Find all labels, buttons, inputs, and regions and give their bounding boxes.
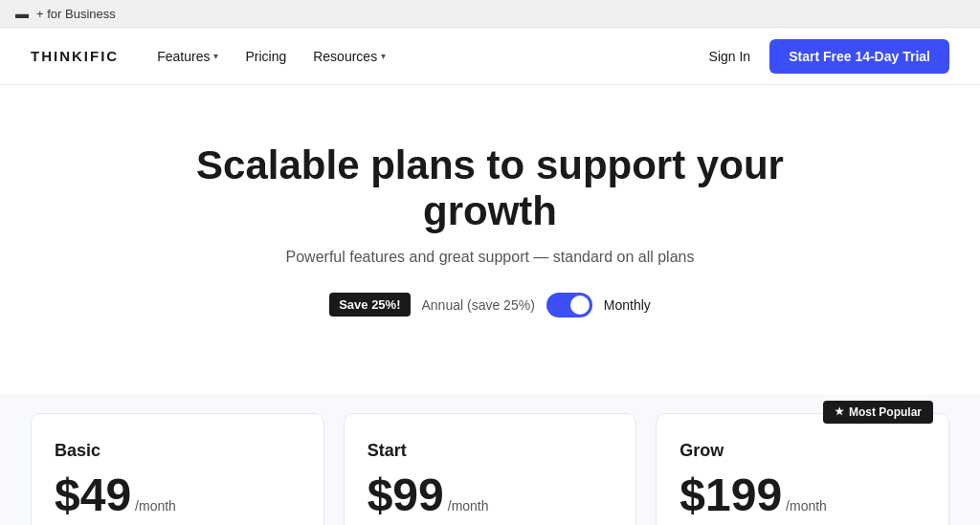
nav-features[interactable]: Features ▾ (157, 49, 218, 64)
hero-section: Scalable plans to support your growth Po… (0, 85, 980, 394)
plans-section: Basic $49 /month Save $156 by billing an… (0, 394, 980, 525)
hero-subtitle: Powerful features and great support — st… (19, 249, 961, 266)
main-nav: THINKIFIC Features ▾ Pricing Resources ▾… (0, 28, 980, 85)
billing-toggle-row: Save 25%! Annual (save 25%) Monthly (19, 293, 961, 317)
nav-resources[interactable]: Resources ▾ (313, 49, 386, 64)
star-icon: ★ (835, 405, 844, 418)
billing-toggle[interactable] (546, 293, 592, 317)
top-bar: ▬ + for Business (0, 0, 980, 28)
toggle-knob (570, 295, 590, 315)
annual-label: Annual (save 25%) (422, 297, 535, 313)
sign-in-link[interactable]: Sign In (709, 49, 751, 64)
most-popular-label: Most Popular (849, 405, 922, 419)
plan-start: Start $99 /month Save $300 by billing an… (344, 413, 637, 525)
plans-grid: Basic $49 /month Save $156 by billing an… (31, 413, 949, 525)
hero-headline: Scalable plans to support your growth (155, 142, 825, 235)
save-badge: Save 25%! (329, 293, 410, 317)
plan-basic-price-row: $49 /month (55, 472, 301, 518)
plan-start-price: $99 (368, 472, 444, 518)
plan-basic-name: Basic (55, 441, 301, 461)
plan-grow-price: $199 (679, 472, 782, 518)
business-icon: ▬ (15, 6, 29, 21)
nav-links: Features ▾ Pricing Resources ▾ (157, 49, 708, 64)
nav-pricing[interactable]: Pricing (245, 49, 286, 64)
plan-start-period: /month (448, 498, 489, 514)
plan-basic: Basic $49 /month Save $156 by billing an… (31, 413, 324, 525)
most-popular-badge: ★ Most Popular (823, 401, 933, 424)
chevron-down-icon: ▾ (213, 51, 218, 61)
plan-grow-price-row: $199 /month (679, 472, 925, 518)
plan-basic-period: /month (135, 498, 176, 514)
plan-grow: ★ Most Popular Grow $199 /month Save $60… (656, 413, 949, 525)
monthly-label: Monthly (604, 297, 651, 313)
top-bar-label: + for Business (36, 7, 116, 21)
chevron-down-icon: ▾ (381, 51, 386, 61)
plan-grow-period: /month (786, 498, 827, 514)
nav-trial-button[interactable]: Start Free 14-Day Trial (769, 39, 949, 74)
logo[interactable]: THINKIFIC (31, 48, 119, 64)
plan-start-name: Start (368, 441, 613, 461)
plan-grow-name: Grow (679, 441, 925, 461)
plan-start-price-row: $99 /month (368, 472, 613, 518)
plan-basic-price: $49 (55, 472, 131, 518)
nav-actions: Sign In Start Free 14-Day Trial (709, 39, 949, 74)
